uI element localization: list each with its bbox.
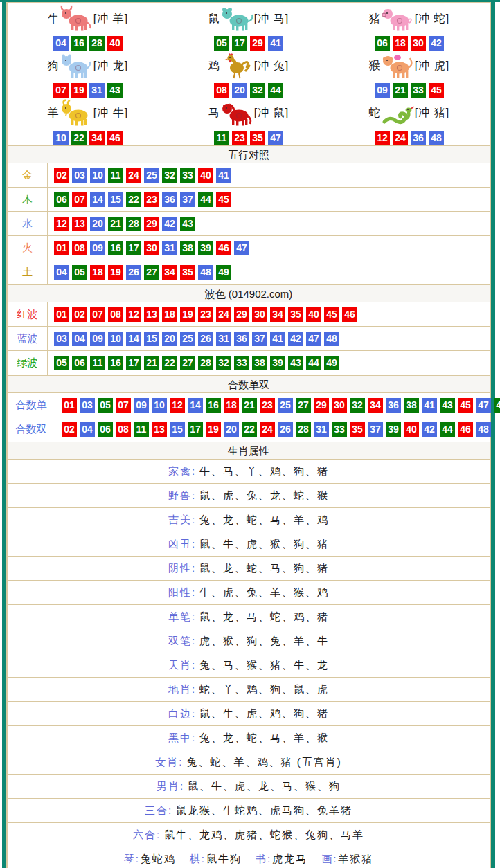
number-ball-07: 07 — [90, 307, 105, 322]
zodiac-label-dog: 狗[冲 龙] — [48, 51, 128, 81]
zodiac-cell-monkey: 猴[冲 虎]09213345 — [329, 51, 490, 98]
five-elements-row-fire: 火0108091617303138394647 — [8, 236, 490, 260]
five-elements-label-water: 水 — [8, 212, 48, 235]
number-ball-34: 34 — [368, 398, 383, 413]
number-ball-43: 43 — [180, 217, 195, 231]
number-ball-39: 39 — [198, 241, 213, 255]
five-elements-label-fire: 火 — [8, 236, 48, 260]
number-ball-36: 36 — [162, 192, 177, 207]
zodiac-label-goat: 羊[冲 牛] — [48, 98, 128, 129]
number-ball-22: 22 — [71, 131, 87, 145]
number-ball-48: 48 — [429, 131, 444, 145]
zodiac-cell-goat: 羊[冲 牛]10223446 — [8, 98, 168, 145]
wave-label-green-wave: 绿波 — [8, 351, 48, 375]
number-ball-29: 29 — [250, 36, 265, 51]
attribute-row-lucky-fair: 吉美:兔、龙、蛇、马、羊、鸡 — [8, 508, 490, 532]
attribute-row-white-edge: 白边:鼠、牛、虎、鸡、狗、猪 — [8, 702, 490, 726]
zodiac-clash-rooster: [冲 兔] — [254, 59, 289, 73]
number-ball-29: 29 — [234, 307, 249, 322]
number-ball-18: 18 — [224, 398, 239, 413]
number-ball-12: 12 — [375, 131, 390, 145]
attribute-row-yang: 阳性:牛、虎、兔、羊、猴、鸡 — [8, 581, 490, 605]
attribute-row-double-stroke: 双笔:虎、猴、狗、兔、羊、牛 — [8, 629, 490, 653]
number-ball-35: 35 — [288, 307, 303, 322]
number-ball-47: 47 — [306, 332, 321, 346]
number-ball-25: 25 — [278, 398, 293, 413]
attribute-text-white-edge: 鼠、牛、虎、鸡、狗、猪 — [199, 707, 329, 721]
zodiac-cell-pig: 猪[冲 蛇]06183042 — [329, 3, 490, 51]
attribute-text-single-stroke: 鼠、龙、马、蛇、鸡、猪 — [199, 611, 329, 624]
number-ball-17: 17 — [126, 356, 141, 370]
zodiac-numbers-pig: 06183042 — [373, 36, 445, 51]
pig-icon — [381, 4, 414, 33]
number-ball-27: 27 — [144, 265, 159, 280]
number-ball-46: 46 — [107, 131, 123, 145]
attribute-text-earth-zodiac: 蛇、羊、鸡、狗、鼠、虎 — [199, 683, 329, 696]
number-ball-28: 28 — [89, 36, 105, 51]
number-ball-17: 17 — [232, 36, 247, 51]
zodiac-name-ox: 牛 — [48, 12, 59, 26]
number-ball-28: 28 — [126, 217, 141, 231]
number-ball-42: 42 — [162, 217, 177, 231]
number-ball-43: 43 — [288, 356, 303, 370]
number-ball-20: 20 — [224, 422, 239, 437]
attribute-text-double-stroke: 虎、猴、狗、兔、羊、牛 — [199, 635, 329, 648]
ox-icon — [60, 4, 93, 33]
number-ball-30: 30 — [332, 398, 347, 413]
number-ball-06: 06 — [375, 36, 390, 51]
number-ball-20: 20 — [162, 332, 177, 346]
attribute-text-male-zodiac: 鼠、牛、虎、龙、马、猴、狗 — [188, 780, 341, 793]
number-ball-41: 41 — [216, 168, 231, 183]
number-ball-44: 44 — [306, 356, 321, 370]
number-ball-09: 09 — [90, 241, 105, 255]
number-ball-11: 11 — [214, 131, 229, 145]
section-header-attributes: 生肖属性 — [8, 442, 490, 460]
number-ball-15: 15 — [144, 332, 159, 346]
attribute-group-text: 羊猴猪 — [338, 853, 373, 865]
number-ball-42: 42 — [288, 332, 303, 346]
attribute-row-arts: 琴:兔蛇鸡棋:鼠牛狗书:虎龙马画:羊猴猪 — [8, 847, 490, 868]
five-elements-label-gold: 金 — [8, 163, 48, 187]
attribute-label-yang: 阳性: — [168, 586, 196, 599]
attribute-label-double-stroke: 双笔: — [168, 635, 196, 648]
number-ball-33: 33 — [180, 168, 195, 183]
zodiac-label-rooster: 鸡[冲 兔] — [208, 51, 289, 81]
number-ball-13: 13 — [152, 422, 167, 437]
attribute-label-triple-harmony: 三合: — [145, 804, 172, 817]
attribute-group-棋: 棋:鼠牛狗 — [190, 853, 242, 866]
zodiac-clash-dog: [冲 龙] — [93, 59, 128, 73]
number-ball-22: 22 — [126, 192, 141, 207]
number-ball-48: 48 — [476, 422, 491, 437]
number-ball-21: 21 — [393, 83, 408, 98]
zodiac-name-pig: 猪 — [369, 12, 380, 26]
number-ball-44: 44 — [198, 192, 213, 207]
zodiac-name-rat: 鼠 — [208, 12, 220, 26]
wave-row-red-wave: 红波0102070812131819232429303435404546 — [8, 302, 490, 327]
section-header-wave: 波色 (014902.com) — [8, 284, 490, 302]
zodiac-name-dog: 狗 — [48, 59, 59, 73]
number-ball-21: 21 — [242, 398, 257, 413]
section-header-five-elements: 五行对照 — [8, 145, 490, 163]
attribute-label-female-zodiac: 女肖: — [155, 756, 183, 769]
number-ball-27: 27 — [180, 356, 195, 370]
number-ball-47: 47 — [268, 131, 283, 145]
five-elements-label-wood: 木 — [8, 188, 48, 211]
number-ball-02: 02 — [54, 168, 69, 183]
zodiac-numbers-rat: 05172941 — [213, 36, 285, 51]
wave-title: 波色 (014902.com) — [205, 288, 293, 300]
zodiac-clash-monkey: [冲 虎] — [415, 59, 449, 73]
number-ball-28: 28 — [198, 356, 213, 370]
number-ball-46: 46 — [216, 241, 231, 255]
monkey-icon — [381, 51, 414, 80]
number-ball-27: 27 — [296, 398, 311, 413]
number-ball-30: 30 — [411, 36, 426, 51]
number-ball-24: 24 — [126, 168, 141, 183]
number-ball-19: 19 — [108, 265, 123, 280]
attribute-row-female-zodiac: 女肖:兔、蛇、羊、鸡、猪 (五宫肖) — [8, 750, 490, 775]
zodiac-numbers-dog: 07193143 — [52, 83, 124, 98]
number-ball-41: 41 — [270, 332, 285, 346]
number-ball-30: 30 — [252, 307, 267, 322]
zodiac-cell-rat: 鼠[冲 马]05172941 — [168, 3, 329, 51]
attribute-group-label: 琴: — [124, 853, 140, 865]
number-ball-23: 23 — [232, 131, 247, 145]
